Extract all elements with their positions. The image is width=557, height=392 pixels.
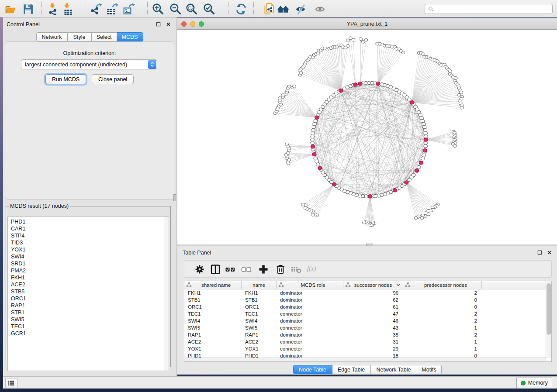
mcds-node[interactable] (423, 149, 427, 152)
mcds-node[interactable] (368, 195, 372, 198)
mcds-result-item[interactable]: STP4 (11, 232, 169, 239)
memory-button[interactable]: Memory (516, 378, 552, 388)
show-graphics-button[interactable] (314, 3, 326, 15)
cell-successor-nodes[interactable]: 61 (343, 303, 403, 310)
zoom-in-button[interactable] (152, 3, 164, 15)
network-node[interactable] (427, 210, 430, 213)
mcds-node[interactable] (339, 89, 343, 92)
network-node[interactable] (316, 52, 320, 55)
cell-name[interactable]: FKH1 (242, 289, 277, 296)
mcds-node[interactable] (393, 189, 397, 192)
mcds-node[interactable] (424, 138, 428, 141)
cell-predecessor-nodes[interactable]: 0 (403, 303, 482, 310)
network-node[interactable] (424, 144, 428, 148)
mcds-result-item[interactable]: YOX1 (11, 246, 169, 253)
column-header-name[interactable]: name (242, 281, 277, 289)
network-node[interactable] (460, 106, 464, 109)
network-node[interactable] (287, 151, 290, 155)
cell-predecessor-nodes[interactable]: 1 (403, 345, 482, 352)
network-node[interactable] (424, 132, 428, 135)
network-node[interactable] (311, 128, 315, 132)
mcds-node[interactable] (410, 101, 414, 104)
network-node[interactable] (293, 85, 296, 88)
search-box[interactable] (425, 4, 553, 14)
cell-name[interactable]: SWI4 (242, 317, 277, 324)
float-table-panel-icon[interactable] (536, 249, 543, 256)
cell-name[interactable]: STB1 (242, 296, 277, 303)
mcds-result-item[interactable]: PHD1 (11, 218, 169, 225)
cell-successor-nodes[interactable]: 35 (343, 331, 403, 338)
network-node[interactable] (422, 122, 426, 126)
cell-predecessor-nodes[interactable]: 1 (403, 324, 482, 331)
import-table-button[interactable] (62, 3, 74, 15)
cell-MCDS-role[interactable]: connector (277, 324, 343, 331)
mcds-result-item[interactable]: TEC1 (11, 323, 169, 330)
table-row[interactable]: RAP1RAP1dominator352 (184, 331, 551, 338)
cell-name[interactable]: ORC1 (242, 303, 277, 310)
cell-shared-name[interactable]: FKH1 (184, 289, 242, 296)
select-all-button[interactable] (225, 264, 236, 275)
cell-name[interactable]: SWI5 (242, 324, 277, 331)
cell-MCDS-role[interactable]: dominator (277, 331, 343, 338)
share-document-button[interactable] (263, 3, 275, 15)
mcds-node[interactable] (405, 181, 408, 184)
network-node[interactable] (417, 165, 421, 169)
cell-shared-name[interactable]: ACE2 (184, 338, 242, 345)
mcds-node[interactable] (312, 153, 316, 156)
cell-name[interactable]: RAP1 (242, 331, 277, 338)
mcds-result-item[interactable]: STB5 (11, 288, 169, 295)
cell-shared-name[interactable]: TEC1 (184, 310, 242, 317)
mcds-node[interactable] (353, 83, 357, 86)
cell-successor-nodes[interactable]: 96 (343, 289, 403, 296)
refresh-button[interactable] (235, 3, 247, 15)
tab-node-table[interactable]: Node Table (293, 365, 332, 374)
settings-button[interactable] (194, 264, 205, 275)
cell-MCDS-role[interactable]: connector (277, 310, 343, 317)
tab-mcds[interactable]: MCDS (117, 32, 143, 41)
network-node[interactable] (364, 39, 368, 42)
mcds-result-item[interactable]: ACE2 (11, 281, 169, 288)
mcds-node[interactable] (376, 82, 380, 86)
network-view[interactable] (177, 30, 557, 244)
network-node[interactable] (423, 128, 427, 132)
close-panel-button[interactable]: Close panel (92, 74, 134, 84)
mcds-node[interactable] (311, 145, 315, 148)
delete-row-button[interactable] (275, 264, 286, 275)
mcds-list-scrollbar[interactable] (164, 217, 169, 371)
deselect-all-button[interactable] (241, 264, 252, 275)
network-node[interactable] (364, 81, 368, 85)
run-mcds-button[interactable]: Run MCDS (45, 74, 86, 84)
network-node[interactable] (408, 178, 412, 182)
network-node[interactable] (359, 38, 363, 41)
open-session-button[interactable] (4, 3, 17, 15)
cell-successor-nodes[interactable]: 62 (343, 296, 403, 303)
cell-MCDS-role[interactable]: connector (277, 338, 343, 345)
mcds-result-list[interactable]: PHD1CAR1STP4TID3YOX1SWI4SRD1PMA2FKH1ACE2… (7, 217, 169, 371)
cell-shared-name[interactable]: SWI4 (184, 317, 242, 324)
column-header-predecessor-nodes[interactable]: predecessor nodes (403, 281, 482, 289)
cell-MCDS-role[interactable]: dominator (277, 317, 343, 324)
zoom-selected-button[interactable] (203, 3, 215, 15)
table-vertical-scrollbar[interactable] (546, 281, 551, 358)
tab-edge-table[interactable]: Edge Table (332, 365, 371, 374)
save-session-button[interactable] (22, 3, 34, 15)
task-history-button[interactable] (5, 378, 17, 388)
cell-successor-nodes[interactable]: 46 (343, 317, 403, 324)
network-node[interactable] (408, 98, 412, 101)
cell-shared-name[interactable]: RAP1 (184, 331, 242, 338)
cell-MCDS-role[interactable]: connector (277, 345, 343, 352)
cell-predecessor-nodes[interactable]: 2 (403, 317, 482, 324)
cell-predecessor-nodes[interactable]: 2 (403, 310, 482, 317)
mcds-result-item[interactable]: FKH1 (11, 274, 169, 281)
export-network-button[interactable] (90, 3, 102, 15)
mcds-node[interactable] (315, 116, 319, 119)
cell-MCDS-role[interactable]: dominator (277, 303, 343, 310)
network-node[interactable] (422, 125, 426, 129)
search-input[interactable] (434, 5, 552, 13)
mcds-result-item[interactable]: SWI4 (11, 253, 169, 260)
cell-shared-name[interactable]: YOX1 (184, 345, 242, 352)
zoom-fit-button[interactable] (185, 3, 197, 15)
table-row[interactable]: ACE2ACE2connector311 (184, 338, 551, 345)
network-node[interactable] (312, 125, 316, 129)
network-node[interactable] (285, 143, 289, 146)
